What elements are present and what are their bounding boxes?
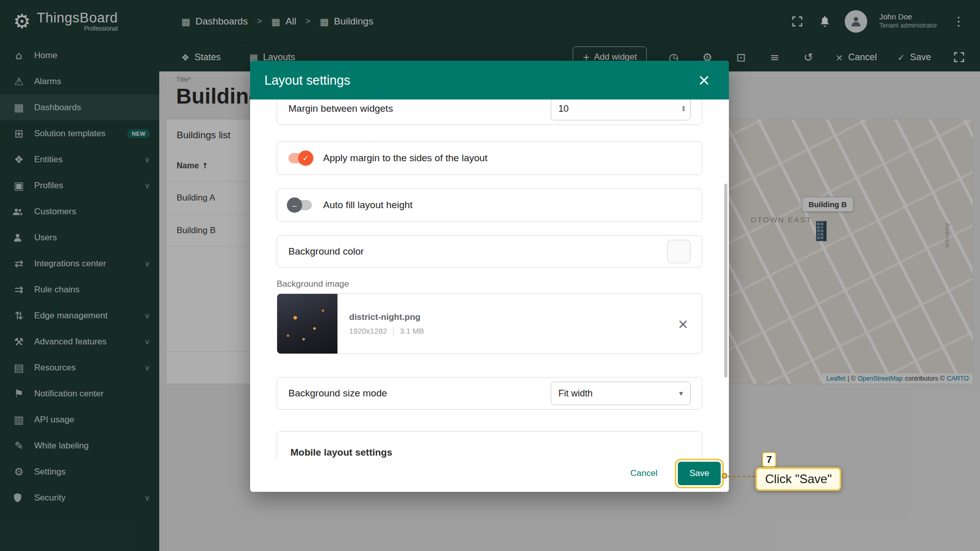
margin-field-label: Margin between widgets bbox=[288, 103, 393, 114]
auto-fill-row: Auto fill layout height bbox=[277, 188, 702, 222]
background-size-mode-row: Background size mode Fit width bbox=[277, 377, 702, 410]
background-color-row: Background color bbox=[277, 235, 702, 268]
mobile-layout-settings-section: Mobile layout settings bbox=[277, 431, 702, 459]
margin-between-widgets-row: Margin between widgets 10 bbox=[277, 99, 702, 125]
dialog-title: Layout settings bbox=[264, 73, 694, 88]
margin-number-input[interactable]: 10 bbox=[551, 99, 691, 120]
image-file-meta: 1920x1282 3.1 MB bbox=[349, 327, 424, 335]
background-color-swatch[interactable] bbox=[667, 240, 691, 263]
apply-margin-row: Apply margin to the sides of the layout bbox=[277, 141, 702, 175]
dialog-footer: Cancel Save bbox=[250, 459, 729, 492]
auto-fill-toggle[interactable] bbox=[288, 200, 312, 210]
dialog-header: Layout settings bbox=[250, 61, 729, 99]
number-stepper[interactable] bbox=[682, 105, 685, 112]
dialog-scrollbar[interactable] bbox=[724, 184, 727, 378]
image-file-name: district-night.png bbox=[349, 312, 424, 322]
apply-margin-toggle[interactable] bbox=[288, 153, 312, 163]
background-size-mode-select[interactable]: Fit width bbox=[551, 382, 691, 405]
mobile-section-title: Mobile layout settings bbox=[290, 447, 689, 458]
image-resolution: 1920x1282 bbox=[349, 327, 387, 335]
background-image-card: district-night.png 1920x1282 3.1 MB bbox=[277, 293, 702, 354]
meta-divider bbox=[393, 327, 394, 335]
background-image-thumbnail[interactable] bbox=[277, 294, 338, 354]
annotation-tooltip: Click "Save" bbox=[755, 467, 841, 491]
layout-settings-dialog: Layout settings Margin between widgets 1… bbox=[250, 61, 729, 492]
annotation-anchor-dot bbox=[722, 473, 727, 479]
annotation-dashed-connector bbox=[728, 476, 755, 477]
stepper-down-icon[interactable] bbox=[682, 109, 685, 112]
remove-image-icon[interactable] bbox=[677, 316, 689, 332]
dialog-save-button[interactable]: Save bbox=[678, 462, 721, 485]
dialog-cancel-button[interactable]: Cancel bbox=[624, 464, 664, 483]
selected-option-label: Fit width bbox=[558, 388, 593, 399]
background-size-mode-label: Background size mode bbox=[288, 388, 387, 399]
dropdown-caret-icon bbox=[679, 389, 683, 398]
background-image-label: Background image bbox=[277, 279, 702, 289]
auto-fill-label: Auto fill layout height bbox=[323, 199, 412, 211]
annotation-step-number: 7 bbox=[762, 452, 776, 467]
margin-value: 10 bbox=[558, 104, 569, 114]
close-icon[interactable] bbox=[694, 70, 715, 90]
apply-margin-label: Apply margin to the sides of the layout bbox=[323, 153, 487, 164]
toggle-thumb-check-icon bbox=[298, 151, 313, 166]
toggle-thumb-dash-icon bbox=[287, 197, 302, 213]
screen: ThingsBoard Professional Home Alarms Das… bbox=[0, 0, 980, 551]
image-file-size: 3.1 MB bbox=[400, 327, 424, 335]
dialog-body: Margin between widgets 10 Apply margin t… bbox=[250, 99, 729, 459]
background-color-label: Background color bbox=[288, 246, 364, 257]
